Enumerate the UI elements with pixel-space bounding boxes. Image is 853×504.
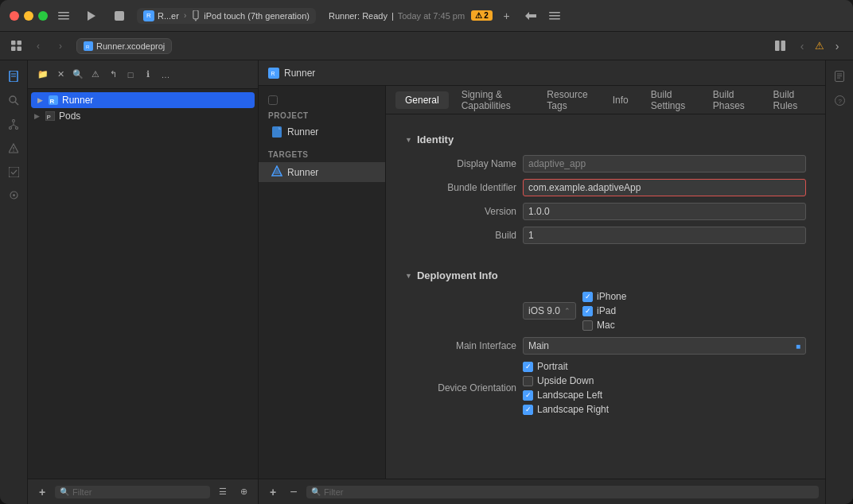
- tab-build-phases[interactable]: Build Phases: [703, 86, 761, 114]
- stop-button[interactable]: [108, 5, 130, 27]
- test-nav-icon[interactable]: [2, 161, 25, 183]
- svg-rect-8: [549, 15, 560, 17]
- svg-point-24: [10, 126, 12, 129]
- identity-section-header[interactable]: ▼ Identity: [405, 134, 806, 145]
- svg-point-6: [195, 19, 197, 21]
- tab-build-settings[interactable]: Build Settings: [641, 86, 700, 114]
- search-nav-icon[interactable]: [2, 89, 25, 111]
- landscape-right-checkbox[interactable]: ✓: [523, 405, 533, 415]
- nav-right[interactable]: ›: [828, 37, 847, 56]
- target-runner-item[interactable]: Runner: [259, 162, 385, 182]
- sidebar-git-btn[interactable]: ↰: [104, 66, 122, 83]
- tab-info[interactable]: Info: [603, 91, 638, 109]
- sidebar-runner-item[interactable]: ▶ R Runner: [31, 92, 255, 108]
- add-tab-button[interactable]: +: [497, 6, 516, 25]
- ios-version-selector[interactable]: iOS 9.0 ⌃: [523, 302, 576, 320]
- debug-nav-icon[interactable]: [2, 184, 25, 207]
- status-area: Runner: Ready | Today at 7:45 pm: [329, 11, 465, 21]
- add-file-button[interactable]: +: [34, 484, 50, 500]
- file-inspector-icon[interactable]: [828, 65, 851, 87]
- landscape-left-checkbox[interactable]: ✓: [523, 390, 533, 401]
- target-runner-label: Runner: [287, 167, 318, 178]
- sidebar-share-btn[interactable]: □: [122, 66, 139, 83]
- remove-target-button[interactable]: −: [286, 484, 302, 500]
- portrait-checkbox[interactable]: ✓: [523, 362, 533, 372]
- inspector-toggle-button[interactable]: [545, 6, 564, 25]
- landscape-right-row: ✓ Landscape Right: [523, 404, 609, 415]
- xcodeproj-tab-icon: R: [84, 41, 93, 51]
- add-editor-button[interactable]: [770, 37, 789, 56]
- breadcrumb-runner-label: Runner: [284, 68, 315, 79]
- landscape-right-label: Landscape Right: [537, 404, 609, 415]
- svg-rect-0: [58, 12, 69, 14]
- close-button[interactable]: [10, 11, 19, 21]
- section-spacer: [405, 250, 806, 263]
- file-nav-icon[interactable]: [2, 65, 25, 87]
- project-runner-item[interactable]: Runner: [259, 123, 385, 141]
- sidebar-pods-item[interactable]: ▶ P Pods: [28, 108, 258, 124]
- sidebar-extra-btn1[interactable]: ☰: [215, 484, 231, 500]
- ipad-checkbox[interactable]: ✓: [582, 306, 593, 316]
- filter-search-icon: 🔍: [311, 487, 321, 496]
- sidebar-header: 📁 ✕ 🔍 ⚠ ↰ □ ℹ …: [28, 60, 258, 89]
- nav-left[interactable]: ‹: [793, 37, 812, 56]
- sidebar-info-btn[interactable]: ℹ: [139, 66, 157, 83]
- git-nav-icon[interactable]: [2, 113, 25, 135]
- svg-rect-12: [11, 47, 16, 52]
- tab-build-rules[interactable]: Build Rules: [764, 86, 816, 114]
- svg-text:R: R: [271, 71, 275, 76]
- maximize-button[interactable]: [38, 11, 48, 21]
- bundle-id-input[interactable]: com.example.adaptiveApp: [523, 179, 806, 196]
- sidebar-close-btn[interactable]: ✕: [52, 66, 69, 83]
- device-name-label: iPod touch (7th generation): [204, 11, 310, 21]
- device-selector[interactable]: R R...er › iPod touch (7th generation): [137, 8, 316, 24]
- warning-nav-icon[interactable]: [2, 137, 25, 159]
- forward-button[interactable]: ›: [51, 37, 70, 56]
- add-target-button[interactable]: +: [265, 484, 281, 500]
- back-button[interactable]: ‹: [29, 37, 48, 56]
- tab-signing[interactable]: Signing & Capabilities: [452, 86, 535, 114]
- nav-warning: ⚠: [815, 40, 824, 52]
- filter-label: Filter: [72, 487, 92, 497]
- device-checkboxes: ✓ iPhone ✓ iPad: [582, 291, 626, 331]
- xcodeproj-tab[interactable]: R Runner.xcodeproj: [76, 38, 172, 54]
- upside-down-checkbox[interactable]: [523, 376, 533, 386]
- tab-resource-tags[interactable]: Resource Tags: [537, 86, 599, 114]
- view-switch-button[interactable]: [521, 6, 540, 25]
- select-arrow-icon: ■: [796, 342, 800, 351]
- build-input[interactable]: 1: [523, 227, 806, 244]
- tab-general[interactable]: General: [395, 91, 449, 109]
- sidebar-folder-btn[interactable]: 📁: [34, 66, 52, 83]
- sidebar-extra-btn2[interactable]: ⊕: [236, 484, 251, 500]
- grid-view-button[interactable]: [6, 37, 25, 56]
- deployment-section-header[interactable]: ▼ Deployment Info: [405, 269, 806, 281]
- iphone-row: ✓ iPhone: [582, 291, 626, 302]
- display-name-label: Display Name: [405, 158, 516, 169]
- svg-rect-13: [17, 47, 21, 52]
- minimize-button[interactable]: [24, 11, 33, 21]
- display-name-input[interactable]: adaptive_app: [523, 155, 806, 173]
- pods-expander[interactable]: ▶: [34, 112, 40, 120]
- filter-area: 🔍 Filter: [55, 486, 210, 498]
- sidebar-content: ▶ R Runner ▶ P: [28, 89, 258, 479]
- sidebar-search-btn[interactable]: 🔍: [69, 66, 87, 83]
- sidebar-warn-btn[interactable]: ⚠: [87, 66, 104, 83]
- run-button[interactable]: [80, 5, 102, 27]
- iphone-checkbox[interactable]: ✓: [582, 292, 593, 302]
- sidebar-toggle-button[interactable]: [54, 6, 73, 25]
- main-interface-select[interactable]: Main ■: [523, 337, 806, 355]
- titlebar: R R...er › iPod touch (7th generation) R…: [0, 0, 853, 32]
- mac-checkbox[interactable]: [582, 320, 593, 331]
- breadcrumb-runner-icon: R: [268, 68, 279, 79]
- runner-expander[interactable]: ▶: [37, 96, 43, 104]
- svg-marker-3: [88, 11, 95, 21]
- quick-help-icon[interactable]: ?: [828, 89, 851, 111]
- landscape-left-label: Landscape Left: [537, 390, 602, 401]
- sidebar-more-btn[interactable]: …: [157, 66, 174, 83]
- warning-count: 2: [484, 11, 489, 20]
- version-input[interactable]: 1.0.0: [523, 203, 806, 220]
- warning-badge[interactable]: ⚠ 2: [471, 10, 493, 21]
- bundle-id-label: Bundle Identifier: [405, 182, 516, 193]
- project-file-icon: [271, 126, 282, 138]
- right-panel-inner: PROJECT Runner TARGETS: [259, 86, 825, 479]
